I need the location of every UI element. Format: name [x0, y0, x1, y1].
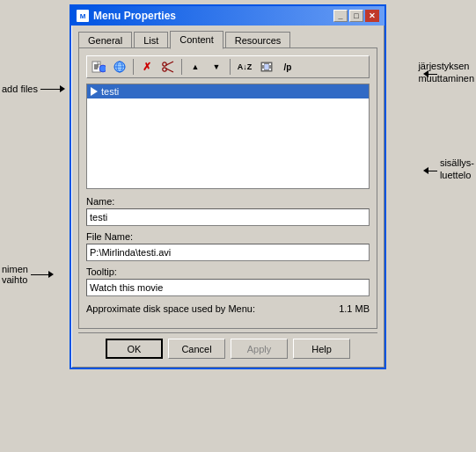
tab-content[interactable]: Content	[170, 31, 223, 49]
separator-1	[133, 59, 134, 75]
film-icon	[260, 62, 273, 72]
svg-line-13	[166, 69, 174, 72]
dialog-body: General List Content Resources	[71, 26, 384, 368]
svg-rect-19	[265, 64, 269, 69]
add-web-button[interactable]	[110, 58, 129, 76]
outer-wrapper: add files järjestyksen muuttaminen sisäl…	[0, 0, 476, 452]
sort-az-button[interactable]: A↓Z	[234, 58, 255, 76]
svg-rect-18	[269, 69, 271, 70]
help-button[interactable]: Help	[293, 339, 350, 359]
disk-space-label: Approximate disk space used by Menu:	[86, 303, 255, 314]
globe-icon	[113, 61, 127, 73]
filename-label: File Name:	[86, 231, 370, 242]
down-arrow-icon: ▼	[213, 62, 221, 71]
ok-button[interactable]: OK	[106, 339, 163, 359]
name-input[interactable]	[86, 208, 370, 226]
name-field-group: Name:	[86, 196, 370, 226]
move-down-button[interactable]: ▼	[207, 58, 226, 76]
annotation-name-change: nimen vaihto	[2, 264, 54, 285]
tab-general[interactable]: General	[78, 32, 132, 48]
tooltip-label: Tooltip:	[86, 266, 370, 277]
cut-button[interactable]	[158, 58, 178, 76]
delete-button[interactable]: ✗	[137, 58, 157, 76]
toolbar: ✗ ▲	[86, 55, 370, 78]
filename-input[interactable]	[86, 244, 370, 261]
disk-space-info: Approximate disk space used by Menu: 1.1…	[86, 303, 370, 314]
up-arrow-icon: ▲	[192, 62, 200, 71]
add-file-icon	[92, 61, 106, 73]
add-file-button[interactable]	[89, 58, 108, 76]
svg-point-10	[163, 62, 166, 66]
annotation-order-change-arrow	[423, 70, 437, 77]
apply-button[interactable]: Apply	[231, 339, 288, 359]
annotation-content-list: sisällys- luettelo	[440, 157, 474, 182]
filename-field-group: File Name:	[86, 231, 370, 261]
cancel-button[interactable]: Cancel	[168, 339, 225, 359]
tooltip-field-group: Tooltip:	[86, 266, 370, 296]
maximize-button[interactable]: □	[349, 10, 363, 22]
delete-icon: ✗	[143, 61, 151, 73]
tab-list[interactable]: List	[134, 32, 168, 48]
svg-rect-17	[262, 69, 264, 70]
svg-rect-15	[262, 63, 264, 65]
sort-az-icon: A↓Z	[238, 62, 253, 71]
scissors-icon	[162, 61, 174, 73]
film-button[interactable]	[257, 58, 276, 76]
titlebar-controls: _ □ ✕	[333, 10, 379, 22]
tabs: General List Content Resources	[78, 31, 377, 48]
disk-space-value: 1.1 MB	[339, 303, 370, 314]
dialog-window: M Menu Properties _ □ ✕ General List Con…	[70, 4, 386, 369]
svg-line-12	[166, 62, 174, 65]
tab-panel-content: ✗ ▲	[78, 47, 377, 329]
move-up-button[interactable]: ▲	[186, 58, 205, 76]
titlebar: M Menu Properties _ □ ✕	[71, 6, 384, 26]
button-bar: OK Cancel Apply Help	[78, 332, 377, 361]
content-list[interactable]: testi	[86, 84, 370, 189]
separator-2	[181, 59, 182, 75]
tooltip-input[interactable]	[86, 279, 370, 296]
slash-p-icon: /p	[284, 62, 292, 72]
list-item[interactable]: testi	[87, 84, 369, 98]
annotation-add-files: add files	[2, 84, 65, 94]
close-button[interactable]: ✕	[365, 10, 379, 22]
annotation-content-list-arrow	[423, 167, 437, 174]
minimize-button[interactable]: _	[333, 10, 348, 22]
dialog-icon: M	[77, 10, 89, 22]
tab-resources[interactable]: Resources	[225, 32, 291, 48]
separator-3	[230, 59, 231, 75]
play-icon	[91, 87, 98, 96]
name-label: Name:	[86, 196, 370, 207]
titlebar-title: M Menu Properties	[77, 10, 176, 22]
svg-point-4	[99, 65, 106, 72]
svg-rect-16	[269, 63, 271, 65]
svg-point-11	[163, 68, 166, 71]
slash-p-button[interactable]: /p	[278, 58, 297, 76]
